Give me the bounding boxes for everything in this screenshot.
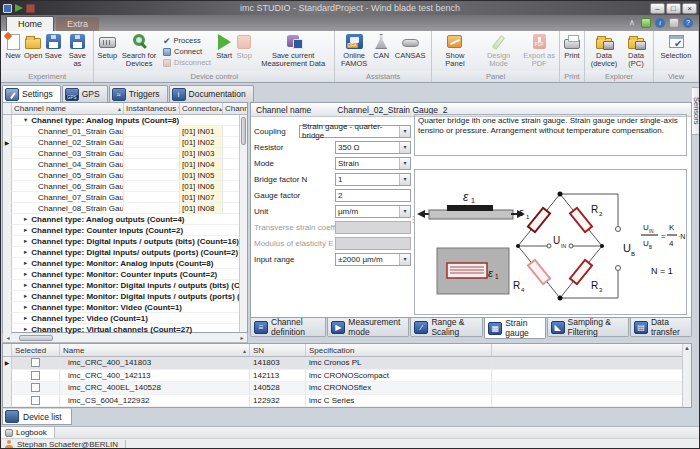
online-famos-button[interactable]: OFA Online FAMOS bbox=[337, 32, 371, 71]
device-row[interactable]: imc_CRC_400EL_140528 140528 imc CRONOSfl… bbox=[3, 382, 691, 395]
maximize-button[interactable]: □ bbox=[666, 3, 681, 14]
tree-channel-row[interactable]: Channel_03_Strain Gauge_3 [01] IN03 bbox=[3, 148, 247, 159]
tab-device-list[interactable]: Device list bbox=[2, 408, 72, 425]
col-channel-name[interactable]: Channel name▴ bbox=[12, 103, 124, 114]
tab-gps[interactable]: GPS GPS bbox=[62, 85, 108, 102]
device-checkbox[interactable] bbox=[31, 358, 40, 367]
scrollbar-thumb[interactable] bbox=[19, 335, 53, 341]
quick-stop-icon[interactable] bbox=[26, 4, 35, 13]
tree-channel-row[interactable]: Channel_06_Strain Gauge_6 [01] IN06 bbox=[3, 181, 247, 192]
tab-range-scaling[interactable]: ⁄ Range & Scaling bbox=[410, 318, 483, 337]
dropdown-icon[interactable]: ▾ bbox=[399, 254, 410, 265]
device-row[interactable]: imc_CS_6004_122932 122932 imc C Series bbox=[3, 395, 691, 408]
save-button[interactable]: Save bbox=[43, 32, 63, 71]
scroll-right-icon[interactable]: ▸ bbox=[237, 334, 247, 341]
show-panel-button[interactable]: Show Panel bbox=[434, 32, 476, 71]
expand-closed-icon[interactable]: ▸ bbox=[24, 303, 27, 311]
tab-triggers[interactable]: ≈ Triggers bbox=[109, 85, 168, 102]
tree-group-row[interactable]: ▾Channel type: Analog inputs (Count=8) bbox=[3, 115, 247, 126]
tab-measurement-mode[interactable]: ▶ Measurement mode bbox=[327, 318, 409, 337]
setup-button[interactable]: Setup bbox=[96, 32, 118, 71]
col-name[interactable]: Name▴ bbox=[60, 344, 250, 356]
start-button[interactable]: Start bbox=[214, 32, 234, 71]
dropdown-icon[interactable]: ▾ bbox=[399, 158, 410, 169]
tree-group-row[interactable]: ▸Channel type: Monitor: Analog inputs (C… bbox=[3, 258, 247, 269]
tree-group-row[interactable]: ▸Channel type: Monitor: Counter inputs (… bbox=[3, 269, 247, 280]
edit-icon[interactable] bbox=[641, 18, 651, 28]
close-button[interactable]: × bbox=[682, 3, 697, 14]
device-row[interactable]: imc_CRC_400_142113 142113 imc CRONOScomp… bbox=[3, 370, 691, 383]
col-sn[interactable]: SN bbox=[250, 344, 306, 356]
tree-channel-row[interactable]: Channel_05_Strain Gauge_5 [01] IN05 bbox=[3, 170, 247, 181]
tab-logbook[interactable]: Logbook bbox=[1, 427, 55, 439]
connect-button[interactable]: Connect bbox=[163, 47, 211, 56]
tab-sensors[interactable]: Sensors bbox=[692, 87, 700, 135]
help-icon[interactable]: ? bbox=[683, 18, 693, 28]
dropdown-icon[interactable]: ▾ bbox=[399, 126, 410, 137]
scroll-up-icon[interactable]: ▲ bbox=[684, 345, 690, 351]
new-button[interactable]: New bbox=[3, 32, 23, 71]
tree-channel-row[interactable]: Channel_04_Strain Gauge_4 [01] IN04 bbox=[3, 159, 247, 170]
device-checkbox[interactable] bbox=[31, 383, 40, 392]
device-checkbox[interactable] bbox=[31, 396, 40, 405]
info-icon[interactable]: i bbox=[655, 18, 665, 28]
tab-settings[interactable]: Settings bbox=[2, 85, 61, 102]
bridge-factor-select[interactable]: 1 ▾ bbox=[335, 173, 411, 186]
tab-data-transfer[interactable]: ▤ Data transfer bbox=[630, 318, 692, 337]
search-for-devices-button[interactable]: Search for Devices bbox=[118, 32, 160, 71]
tree-channel-row[interactable]: Channel_08_Strain Gauge_8 [01] IN08 bbox=[3, 203, 247, 214]
unit-select[interactable]: µm/m ▾ bbox=[335, 205, 411, 218]
quick-save-icon[interactable] bbox=[3, 4, 12, 13]
open-button[interactable]: Open bbox=[23, 32, 43, 71]
tree-channel-row-selected[interactable]: ▶ Channel_02_Strain Gauge_2 [01] IN02 bbox=[3, 137, 247, 148]
device-checkbox[interactable] bbox=[31, 371, 40, 380]
tree-channel-row[interactable]: Channel_07_Strain Gauge_7 [01] IN07 bbox=[3, 192, 247, 203]
device-row-selected[interactable]: ▶ imc_CRC_400_141803 141803 imc Cronos P… bbox=[3, 357, 691, 370]
pages-icon[interactable] bbox=[669, 18, 679, 28]
expand-closed-icon[interactable]: ▸ bbox=[24, 226, 27, 234]
gauge-factor-input[interactable]: 2 bbox=[335, 189, 411, 202]
selection-button[interactable]: ✔ Selection bbox=[656, 32, 696, 71]
tab-documentation[interactable]: i Documentation bbox=[169, 85, 254, 102]
save-measurement-data-button[interactable]: Save current Measurement Data bbox=[254, 32, 332, 71]
dropdown-icon[interactable]: ▾ bbox=[399, 174, 410, 185]
data-device-button[interactable]: Data (device) bbox=[587, 32, 621, 71]
tab-sampling-filtering[interactable]: ◣ Sampling & Filtering bbox=[547, 318, 629, 337]
expand-closed-icon[interactable]: ▸ bbox=[24, 270, 27, 278]
expand-closed-icon[interactable]: ▸ bbox=[24, 237, 27, 245]
tree-group-row[interactable]: ▸Channel type: Monitor: Video (Count=1) bbox=[3, 302, 247, 313]
mode-select[interactable]: Strain ▾ bbox=[335, 157, 411, 170]
stop-button[interactable]: Stop bbox=[234, 32, 254, 71]
data-pc-button[interactable]: Data (PC) bbox=[621, 32, 651, 71]
col-instantaneous-value[interactable]: Instantaneous va... bbox=[124, 103, 180, 114]
expand-open-icon[interactable]: ▾ bbox=[24, 116, 27, 124]
device-table-scrollbar[interactable]: ▲ bbox=[682, 344, 691, 407]
process-button[interactable]: ✔ Process bbox=[163, 36, 211, 45]
dropdown-icon[interactable]: ▾ bbox=[399, 142, 410, 153]
col-specification[interactable]: Specification bbox=[306, 344, 492, 356]
minimize-button[interactable]: – bbox=[650, 3, 665, 14]
col-connector[interactable]: Connector▴ bbox=[180, 103, 223, 114]
tree-group-row[interactable]: ▸Channel type: Counter inputs (Count=2) bbox=[3, 225, 247, 236]
can-button[interactable]: CAN bbox=[371, 32, 391, 71]
expand-closed-icon[interactable]: ▸ bbox=[24, 281, 27, 289]
disconnect-button[interactable]: Disconnect bbox=[163, 58, 211, 67]
tree-group-row[interactable]: ▸Channel type: Monitor: Digital inputs /… bbox=[3, 291, 247, 302]
expand-closed-icon[interactable]: ▸ bbox=[24, 248, 27, 256]
coupling-select[interactable]: Strain gauge - quarter-bridge ▾ bbox=[299, 125, 411, 138]
cansas-button[interactable]: CANSAS bbox=[391, 32, 429, 71]
quick-start-icon[interactable] bbox=[15, 4, 23, 12]
expand-closed-icon[interactable]: ▸ bbox=[24, 314, 27, 322]
tree-group-row[interactable]: ▸Channel type: Monitor: Digital inputs /… bbox=[3, 280, 247, 291]
print-button[interactable]: Print bbox=[562, 32, 582, 71]
resistor-select[interactable]: 350 Ω ▾ bbox=[335, 141, 411, 154]
col-selected[interactable]: Selected bbox=[12, 344, 60, 356]
design-mode-button[interactable]: Design Mode bbox=[476, 32, 522, 71]
tab-channel-definition[interactable]: ≡ Channel definition bbox=[250, 318, 326, 337]
export-pdf-button[interactable]: PDF Export as PDF bbox=[521, 32, 557, 71]
tab-strain-gauge[interactable]: ▦ Strain gauge bbox=[484, 318, 545, 339]
tree-group-row[interactable]: ▸Channel type: Virtual channels (Count=2… bbox=[3, 324, 247, 335]
collapse-ribbon-icon[interactable]: ∧ bbox=[627, 18, 637, 28]
save-as-button[interactable]: Save as bbox=[63, 32, 91, 71]
expand-closed-icon[interactable]: ▸ bbox=[24, 259, 27, 267]
